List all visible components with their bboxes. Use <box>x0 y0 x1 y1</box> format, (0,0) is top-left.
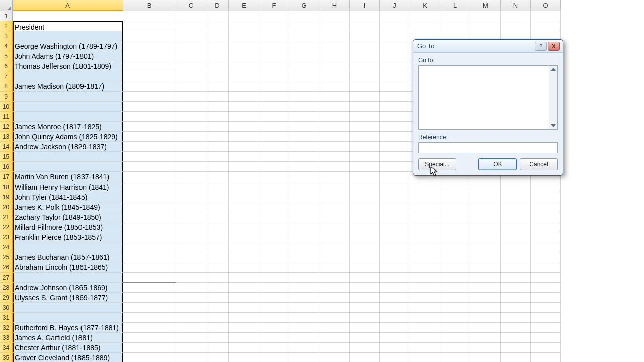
cell[interactable] <box>229 293 259 303</box>
cell[interactable] <box>350 323 380 333</box>
cell[interactable]: James Monroe (1817-1825) <box>13 122 123 132</box>
cell[interactable] <box>289 162 319 172</box>
cell[interactable] <box>380 162 410 172</box>
cell[interactable] <box>501 353 531 362</box>
cell[interactable] <box>470 353 501 362</box>
row-header[interactable]: 10 <box>0 102 13 112</box>
cell[interactable]: John Tyler (1841-1845) <box>13 192 123 202</box>
cell[interactable] <box>531 242 561 252</box>
cell[interactable] <box>531 262 561 273</box>
cell[interactable] <box>229 41 259 51</box>
cell[interactable] <box>259 31 289 41</box>
cell[interactable] <box>319 283 350 293</box>
cell[interactable] <box>13 92 123 102</box>
cell[interactable] <box>289 122 319 132</box>
cell[interactable] <box>319 122 350 132</box>
cell[interactable] <box>176 303 206 313</box>
cell[interactable] <box>350 71 380 81</box>
cell[interactable] <box>259 41 289 51</box>
cell[interactable] <box>470 21 501 31</box>
cell[interactable] <box>289 142 319 152</box>
cell[interactable] <box>470 323 501 333</box>
cell[interactable] <box>176 31 206 41</box>
cell[interactable]: William Henry Harrison (1841) <box>13 182 123 192</box>
cell[interactable] <box>229 273 259 283</box>
cell[interactable] <box>350 252 380 262</box>
cell[interactable] <box>350 31 380 41</box>
cell[interactable] <box>229 61 259 71</box>
row-header[interactable]: 27 <box>0 273 13 283</box>
cell[interactable] <box>229 122 259 132</box>
cell[interactable] <box>229 353 259 362</box>
cell[interactable] <box>380 353 410 362</box>
cell[interactable] <box>123 21 176 31</box>
cell[interactable] <box>229 333 259 343</box>
cell[interactable] <box>470 293 501 303</box>
cell[interactable]: Ulysses S. Grant (1869-1877) <box>13 293 123 303</box>
cell[interactable] <box>176 11 206 21</box>
cell[interactable] <box>501 333 531 343</box>
cell[interactable] <box>176 333 206 343</box>
cell[interactable] <box>319 323 350 333</box>
row-header[interactable]: 24 <box>0 242 13 252</box>
cell[interactable]: George Washington (1789-1797) <box>13 41 123 51</box>
dialog-titlebar[interactable]: Go To ? X <box>413 40 563 53</box>
column-header[interactable]: B <box>123 0 176 11</box>
row-header[interactable]: 29 <box>0 293 13 303</box>
cell[interactable] <box>319 192 350 202</box>
cell[interactable] <box>259 313 289 323</box>
select-all-corner[interactable] <box>0 0 13 11</box>
cell[interactable] <box>123 313 176 323</box>
cell[interactable] <box>229 313 259 323</box>
cell[interactable] <box>229 132 259 142</box>
cell[interactable] <box>206 283 229 293</box>
cell[interactable] <box>259 323 289 333</box>
cell[interactable] <box>206 61 229 71</box>
cell[interactable] <box>289 172 319 182</box>
cell[interactable] <box>229 323 259 333</box>
cell[interactable] <box>531 202 561 212</box>
row-header[interactable]: 25 <box>0 252 13 262</box>
cell[interactable] <box>123 232 176 242</box>
cell[interactable] <box>229 112 259 122</box>
row-header[interactable]: 13 <box>0 132 13 142</box>
cell[interactable] <box>123 142 176 152</box>
cell[interactable] <box>440 242 470 252</box>
cell[interactable] <box>350 21 380 31</box>
cell[interactable] <box>229 31 259 41</box>
cell[interactable] <box>259 21 289 31</box>
cell[interactable] <box>123 31 176 41</box>
column-header[interactable]: M <box>470 0 501 11</box>
cell[interactable] <box>229 343 259 353</box>
cell[interactable] <box>319 333 350 343</box>
cell[interactable]: President <box>13 21 123 31</box>
cell[interactable] <box>470 343 501 353</box>
cell[interactable] <box>501 313 531 323</box>
cell[interactable] <box>350 102 380 112</box>
cell[interactable] <box>380 313 410 323</box>
cell[interactable] <box>531 353 561 362</box>
cell[interactable] <box>206 313 229 323</box>
cell[interactable] <box>229 192 259 202</box>
cell[interactable] <box>123 182 176 192</box>
cell[interactable] <box>380 252 410 262</box>
cell[interactable] <box>380 132 410 142</box>
cell[interactable] <box>123 152 176 162</box>
cell[interactable] <box>289 21 319 31</box>
cell[interactable] <box>259 283 289 293</box>
cell[interactable] <box>470 283 501 293</box>
cell[interactable] <box>229 242 259 252</box>
cell[interactable] <box>13 31 123 41</box>
cell[interactable] <box>380 11 410 21</box>
cell[interactable] <box>350 212 380 222</box>
cancel-button[interactable]: Cancel <box>520 158 558 170</box>
cell[interactable] <box>380 293 410 303</box>
cell[interactable] <box>206 41 229 51</box>
cell[interactable] <box>229 71 259 81</box>
cell[interactable]: James K. Polk (1845-1849) <box>13 202 123 212</box>
cell[interactable] <box>123 61 176 71</box>
cell[interactable] <box>259 252 289 262</box>
cell[interactable] <box>176 102 206 112</box>
cell[interactable] <box>123 51 176 61</box>
cell[interactable] <box>470 303 501 313</box>
